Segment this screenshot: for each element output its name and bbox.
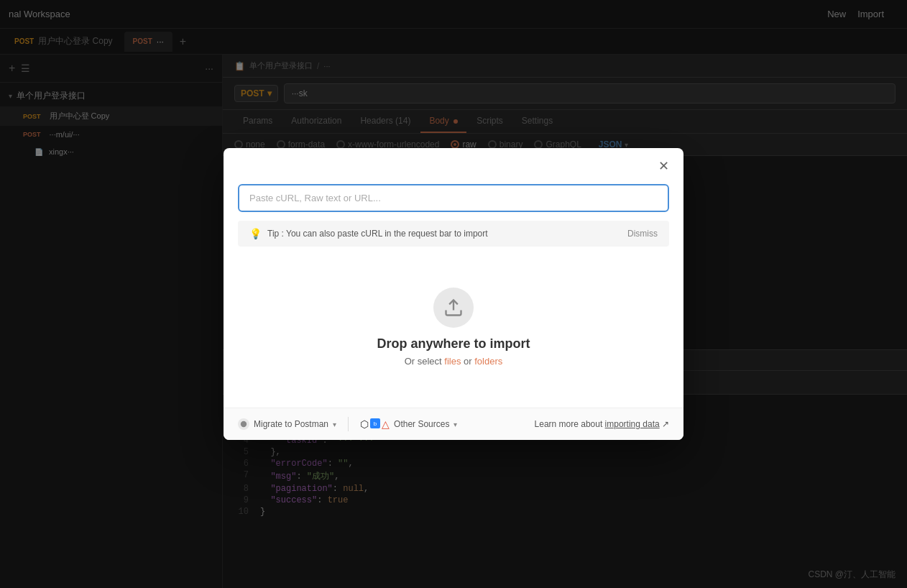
other-sources[interactable]: ⬡ b △ Other Sources ▾ (360, 418, 457, 430)
tip-icon: 💡 (249, 228, 262, 239)
migrate-to-postman[interactable]: Migrate to Postman ▾ (238, 418, 336, 430)
import-dialog: ✕ 💡 Tip : You can also paste cURL in the… (224, 148, 683, 440)
footer-learn-more: Learn more about importing data ↗ (535, 419, 669, 429)
drop-folders-link[interactable]: folders (474, 356, 502, 367)
bitbucket-icon: b (370, 418, 380, 428)
source-icons: ⬡ b △ (360, 418, 390, 430)
footer-link-arrow: ↗ (662, 419, 669, 429)
tip-text: Tip : You can also paste cURL in the req… (267, 229, 622, 239)
drop-subtitle: Or select files or folders (405, 356, 503, 367)
dialog-content: 💡 Tip : You can also paste cURL in the r… (224, 175, 683, 408)
tip-bar: 💡 Tip : You can also paste cURL in the r… (238, 221, 669, 247)
drop-title: Drop anywhere to import (377, 336, 530, 352)
curl-input[interactable] (238, 184, 669, 212)
drop-subtitle-mid: or (464, 356, 474, 367)
migrate-icon (238, 418, 249, 430)
footer-divider-1 (348, 417, 349, 431)
other-sources-label: Other Sources (394, 419, 449, 429)
drop-subtitle-before: Or select (405, 356, 445, 367)
migrate-label: Migrate to Postman (254, 419, 328, 429)
migrate-chevron-icon: ▾ (333, 421, 336, 428)
drop-files-link[interactable]: files (444, 356, 461, 367)
dismiss-button[interactable]: Dismiss (627, 229, 658, 239)
dialog-header: ✕ (224, 148, 683, 175)
drop-area[interactable]: Drop anywhere to import Or select files … (238, 255, 669, 399)
svg-point-1 (241, 421, 247, 427)
footer-link-text: Learn more about (535, 419, 605, 429)
gitlab-icon: △ (382, 418, 390, 430)
dialog-footer: Migrate to Postman ▾ ⬡ b △ Other Sources… (224, 408, 683, 440)
github-icon: ⬡ (360, 418, 369, 430)
importing-data-link[interactable]: importing data (605, 419, 660, 429)
other-sources-chevron-icon: ▾ (454, 421, 457, 428)
dialog-close-button[interactable]: ✕ (655, 157, 672, 175)
drop-icon (433, 288, 474, 328)
